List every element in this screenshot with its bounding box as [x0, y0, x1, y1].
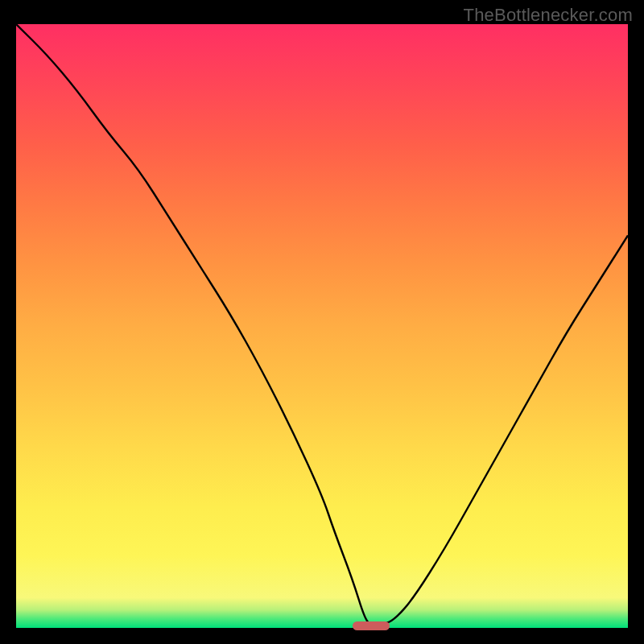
watermark-text: TheBottlenecker.com	[464, 5, 633, 26]
bottleneck-curve-path	[16, 24, 628, 625]
optimal-range-marker	[353, 621, 390, 630]
chart-frame: TheBottlenecker.com	[0, 0, 644, 644]
bottleneck-curve	[16, 24, 628, 628]
plot-area	[16, 24, 628, 628]
